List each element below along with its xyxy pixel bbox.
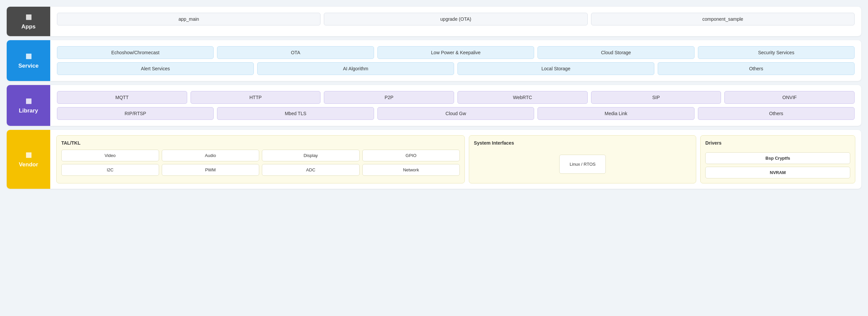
chip-network[interactable]: Network bbox=[362, 164, 460, 176]
apps-label: ▦ Apps bbox=[7, 7, 50, 36]
chip-display[interactable]: Display bbox=[262, 150, 360, 161]
chip-app-main[interactable]: app_main bbox=[57, 13, 320, 26]
vendor-row: ▦ Vendor TAL/TKL Video Audio Display GPI… bbox=[7, 130, 861, 189]
vendor-icon: ▦ bbox=[26, 151, 32, 159]
library-row: ▦ Library MQTT HTTP P2P WebRTC SIP ONVIF… bbox=[7, 85, 861, 126]
drivers-title: Drivers bbox=[705, 140, 850, 146]
vendor-label: ▦ Vendor bbox=[7, 130, 50, 189]
chip-mqtt[interactable]: MQTT bbox=[57, 91, 187, 104]
chip-webrtc[interactable]: WebRTC bbox=[458, 91, 588, 104]
service-content: Echoshow/Chromecast OTA Low Power & Keep… bbox=[50, 40, 861, 81]
chip-others-library[interactable]: Others bbox=[698, 107, 855, 120]
chip-media-link[interactable]: Media Link bbox=[537, 107, 694, 120]
chip-cloud-gw[interactable]: Cloud Gw bbox=[377, 107, 534, 120]
chip-alert-services[interactable]: Alert Services bbox=[57, 62, 254, 75]
tal-tkl-title: TAL/TKL bbox=[61, 140, 460, 146]
vendor-system-interfaces-box: System Interfaces Linux / RTOS bbox=[469, 135, 696, 184]
chip-http[interactable]: HTTP bbox=[190, 91, 321, 104]
library-label-text: Library bbox=[19, 107, 38, 114]
chip-sip[interactable]: SIP bbox=[591, 91, 721, 104]
apps-icon: ▦ bbox=[26, 13, 32, 21]
service-icon: ▦ bbox=[26, 52, 32, 60]
service-label-text: Service bbox=[19, 63, 39, 69]
vendor-tal-tkl-box: TAL/TKL Video Audio Display GPIO I2C PWM… bbox=[56, 135, 465, 184]
chip-ai-algorithm[interactable]: AI Algorithm bbox=[257, 62, 454, 75]
chip-pwm[interactable]: PWM bbox=[162, 164, 259, 176]
chip-ota[interactable]: OTA bbox=[217, 46, 374, 59]
chip-low-power[interactable]: Low Power & Keepalive bbox=[377, 46, 534, 59]
library-row2: RIP/RTSP Mbed TLS Cloud Gw Media Link Ot… bbox=[57, 107, 855, 120]
chip-cloud-storage[interactable]: Cloud Storage bbox=[537, 46, 694, 59]
chip-rip-rtsp[interactable]: RIP/RTSP bbox=[57, 107, 214, 120]
chip-security-services[interactable]: Security Services bbox=[698, 46, 855, 59]
chip-video[interactable]: Video bbox=[61, 150, 159, 161]
chip-component-sample[interactable]: component_sample bbox=[591, 13, 855, 26]
chip-adc[interactable]: ADC bbox=[262, 164, 360, 176]
service-label: ▦ Service bbox=[7, 40, 50, 81]
chip-local-storage[interactable]: Local Storage bbox=[458, 62, 654, 75]
vendor-label-text: Vendor bbox=[19, 161, 38, 168]
library-icon: ▦ bbox=[26, 97, 32, 105]
chip-onvif[interactable]: ONVIF bbox=[724, 91, 855, 104]
chip-gpio[interactable]: GPIO bbox=[362, 150, 460, 161]
apps-label-text: Apps bbox=[22, 24, 36, 30]
library-label: ▦ Library bbox=[7, 85, 50, 126]
vendor-content: TAL/TKL Video Audio Display GPIO I2C PWM… bbox=[50, 130, 861, 189]
chip-echoshow[interactable]: Echoshow/Chromecast bbox=[57, 46, 214, 59]
chip-p2p[interactable]: P2P bbox=[324, 91, 454, 104]
library-content: MQTT HTTP P2P WebRTC SIP ONVIF RIP/RTSP … bbox=[50, 85, 861, 126]
chip-mbed-tls[interactable]: Mbed TLS bbox=[217, 107, 374, 120]
service-row1: Echoshow/Chromecast OTA Low Power & Keep… bbox=[57, 46, 855, 59]
tal-tkl-row2: I2C PWM ADC Network bbox=[61, 164, 460, 176]
chip-audio[interactable]: Audio bbox=[162, 150, 259, 161]
chip-others-service[interactable]: Others bbox=[658, 62, 855, 75]
chip-i2c[interactable]: I2C bbox=[61, 164, 159, 176]
main-container: ▦ Apps app_main upgrade (OTA) component_… bbox=[7, 7, 861, 189]
service-row2: Alert Services AI Algorithm Local Storag… bbox=[57, 62, 855, 75]
apps-chip-row: app_main upgrade (OTA) component_sample bbox=[57, 13, 855, 26]
system-interfaces-center: Linux / RTOS bbox=[474, 150, 691, 179]
service-row: ▦ Service Echoshow/Chromecast OTA Low Po… bbox=[7, 40, 861, 81]
apps-row: ▦ Apps app_main upgrade (OTA) component_… bbox=[7, 7, 861, 36]
system-interfaces-title: System Interfaces bbox=[474, 140, 691, 146]
tal-tkl-row1: Video Audio Display GPIO bbox=[61, 150, 460, 161]
chip-bsp-cryptfs[interactable]: Bsp Cryptfs bbox=[705, 152, 850, 164]
vendor-drivers-box: Drivers Bsp Cryptfs NVRAM bbox=[700, 135, 855, 184]
library-row1: MQTT HTTP P2P WebRTC SIP ONVIF bbox=[57, 91, 855, 104]
chip-nvram[interactable]: NVRAM bbox=[705, 167, 850, 179]
chip-upgrade-ota[interactable]: upgrade (OTA) bbox=[324, 13, 587, 26]
apps-content: app_main upgrade (OTA) component_sample bbox=[50, 7, 861, 36]
chip-linux-rtos[interactable]: Linux / RTOS bbox=[559, 155, 606, 174]
